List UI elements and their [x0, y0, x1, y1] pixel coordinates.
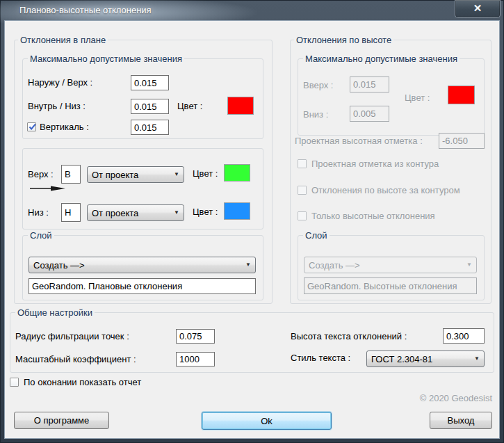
window-title: Планово-высотные отклонения [19, 5, 152, 15]
filter-radius-label: Радиус фильтрации точек : [15, 331, 129, 342]
elevation-layer-title: Слой [303, 230, 330, 241]
plan-inner-label: Внутрь / Низ : [28, 101, 86, 112]
elevation-layer-name-input [304, 277, 477, 294]
elevation-down-label: Вниз : [303, 109, 328, 120]
mark-bottom-mode-combo[interactable]: От проекта ▼ [87, 204, 184, 221]
plan-layer-mode-combo[interactable]: Создать —> ▼ [29, 257, 256, 273]
mark-top-color-label: Цвет : [193, 168, 218, 179]
scale-factor-label: Масштабный коэффициент : [15, 354, 136, 365]
plan-layer-name-input[interactable] [29, 278, 256, 294]
ok-button[interactable]: Ok [202, 412, 332, 430]
elevation-down-input [350, 106, 389, 122]
mark-top-label: Верх : [28, 169, 54, 180]
direction-arrow-icon [29, 185, 67, 192]
only-elevation-deviations-checkbox [298, 211, 307, 220]
elevation-color-swatch [448, 86, 475, 104]
elevation-up-input [350, 76, 389, 92]
mark-bottom-mode-value: От проекта [92, 208, 138, 218]
chevron-down-icon: ▼ [174, 172, 179, 177]
design-mark-from-contour-label: Проектная отметка из контура [311, 159, 439, 170]
elevation-outside-contour-checkbox [298, 186, 307, 195]
chevron-down-icon: ▼ [474, 356, 480, 362]
chevron-down-icon: ▼ [466, 262, 472, 268]
vertical-label: Вертикаль : [40, 122, 89, 133]
mark-top-symbol-input[interactable] [61, 165, 81, 184]
scale-factor-input[interactable] [176, 352, 215, 367]
group-elevation-label: Отклонения по высоте [294, 35, 393, 45]
plan-layer-mode-value: Создать —> [33, 260, 85, 271]
only-elevation-deviations-label: Только высотные отклонения [311, 211, 435, 222]
mark-bottom-color-swatch[interactable] [224, 202, 250, 220]
design-mark-from-contour-checkbox [298, 159, 307, 168]
exit-button[interactable]: Выход [430, 412, 492, 429]
mark-top-color-swatch[interactable] [224, 164, 250, 182]
show-report-label: По оконании показать отчет [24, 377, 141, 388]
title-bar[interactable]: Планово-высотные отклонения ✕ [0, 0, 504, 21]
chevron-down-icon: ▼ [174, 210, 179, 216]
plan-layer-title: Слой [28, 230, 54, 241]
plan-outer-input[interactable] [131, 75, 169, 90]
plan-inner-input[interactable] [131, 99, 169, 114]
chevron-down-icon: ▼ [245, 262, 251, 268]
text-style-value: ГОСТ 2.304-81 [371, 354, 432, 364]
mark-top-mode-value: От проекта [92, 170, 138, 180]
copyright-text: © 2020 Geodesist [346, 393, 492, 403]
vertical-input[interactable] [131, 120, 169, 135]
elevation-outside-contour-label: Отклонения по высоте за контуром [311, 185, 460, 196]
mark-bottom-label: Низ : [28, 207, 49, 218]
plan-color-swatch[interactable] [227, 97, 254, 115]
elevation-color-label: Цвет : [405, 92, 430, 104]
vertical-checkbox[interactable] [27, 122, 36, 131]
filter-radius-input[interactable] [176, 329, 215, 344]
about-button[interactable]: О программе [14, 412, 109, 429]
group-plan-label: Отклонения в плане [18, 35, 108, 45]
text-height-input[interactable] [443, 328, 485, 344]
text-style-combo[interactable]: ГОСТ 2.304-81 ▼ [366, 351, 485, 367]
elevation-layer-mode-value: Создать —> [309, 260, 360, 271]
close-button[interactable]: ✕ [455, 0, 501, 18]
mark-top-mode-combo[interactable]: От проекта ▼ [87, 166, 184, 183]
design-elevation-label: Проектная высотная отметка : [295, 136, 423, 147]
show-report-checkbox[interactable] [10, 378, 19, 387]
close-icon: ✕ [473, 2, 482, 14]
checkmark-icon [28, 122, 37, 131]
plan-color-label: Цвет : [177, 101, 202, 112]
elevation-up-label: Вверх : [303, 80, 333, 91]
dialog-window: Планово-высотные отклонения ✕ Отклонения… [0, 0, 504, 443]
dialog-body: Отклонения в плане Максимально допустимы… [5, 21, 499, 438]
design-elevation-input [439, 133, 485, 149]
group-general-label: Общие настройки [15, 307, 95, 318]
group-plan-max-label: Максимально допустимые значения [28, 54, 184, 64]
plan-outer-label: Наружу / Верх : [28, 77, 92, 88]
mark-bottom-symbol-input[interactable] [61, 203, 81, 222]
elevation-layer-mode-combo: Создать —> ▼ [304, 257, 477, 273]
text-height-label: Высота текста отклонений : [291, 331, 407, 342]
mark-bottom-color-label: Цвет : [193, 207, 218, 218]
text-style-label: Стиль текста : [291, 353, 350, 364]
group-elevation-max-label: Максимально допустимые значения [303, 54, 460, 64]
